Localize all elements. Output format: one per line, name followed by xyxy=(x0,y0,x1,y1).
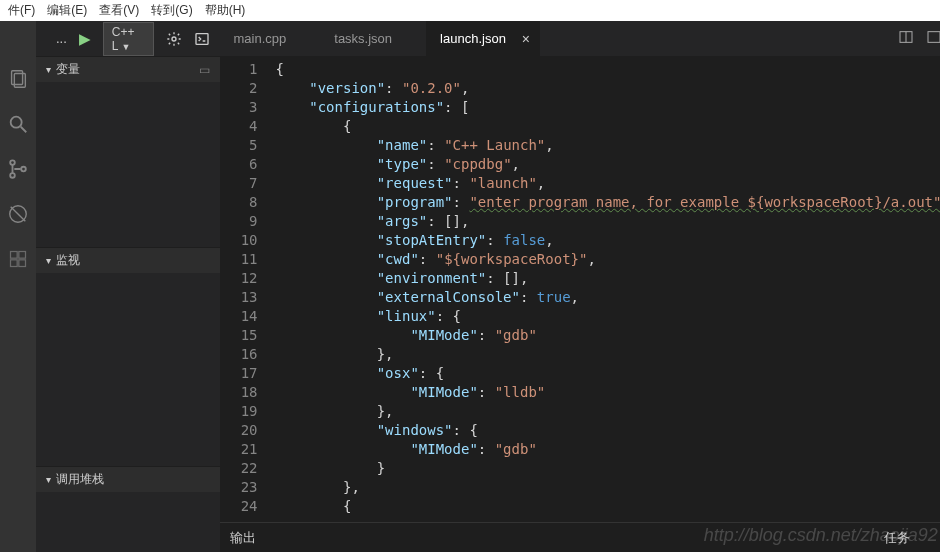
more-actions-icon[interactable] xyxy=(926,29,940,45)
code-editor[interactable]: 123456789101112131415161718192021222324 … xyxy=(220,56,940,522)
menu-help[interactable]: 帮助(H) xyxy=(199,2,252,19)
activity-bar xyxy=(0,21,36,552)
tab-main-cpp[interactable]: main.cpp xyxy=(220,21,321,56)
chevron-down-icon: ▾ xyxy=(46,474,51,485)
svg-rect-14 xyxy=(196,33,208,44)
menu-go[interactable]: 转到(G) xyxy=(145,2,198,19)
source-control-icon[interactable] xyxy=(0,146,36,191)
svg-rect-9 xyxy=(11,251,18,258)
output-tab[interactable]: 输出 xyxy=(230,529,256,547)
extensions-icon[interactable] xyxy=(0,236,36,281)
split-editor-icon[interactable] xyxy=(898,29,914,45)
tab-launch-json[interactable]: launch.json× xyxy=(426,21,540,56)
debug-config-select[interactable]: C++ L ▼ xyxy=(103,22,154,56)
files-icon[interactable] xyxy=(0,56,36,101)
svg-rect-10 xyxy=(19,251,26,258)
svg-point-6 xyxy=(21,166,26,171)
svg-line-3 xyxy=(21,126,27,132)
debug-sidebar: ... ▶ C++ L ▼ ▾ 变量 ▭ ▾ 监视 ▾ 调用堆栈 xyxy=(36,21,220,552)
tab-tasks-json[interactable]: tasks.json xyxy=(320,21,426,56)
collapse-icon[interactable]: ▭ xyxy=(199,63,210,77)
search-icon[interactable] xyxy=(0,101,36,146)
line-gutter: 123456789101112131415161718192021222324 xyxy=(220,56,272,522)
close-icon[interactable]: × xyxy=(522,31,530,47)
menu-view[interactable]: 查看(V) xyxy=(93,2,145,19)
menu-file[interactable]: 件(F) xyxy=(2,2,41,19)
chevron-down-icon: ▾ xyxy=(46,64,51,75)
editor-area: main.cpp tasks.json launch.json× 1234567… xyxy=(220,21,940,552)
debug-icon[interactable] xyxy=(0,191,36,236)
svg-point-5 xyxy=(10,173,15,178)
editor-tabs: main.cpp tasks.json launch.json× xyxy=(220,21,940,56)
menu-edit[interactable]: 编辑(E) xyxy=(41,2,93,19)
output-panel-bar[interactable]: 输出 任务 xyxy=(220,522,940,552)
console-icon[interactable] xyxy=(194,31,210,47)
svg-point-13 xyxy=(172,37,176,41)
svg-rect-12 xyxy=(19,259,26,266)
start-debug-icon[interactable]: ▶ xyxy=(79,30,91,48)
menu-bar: 件(F) 编辑(E) 查看(V) 转到(G) 帮助(H) xyxy=(0,0,940,21)
code-content[interactable]: { "version": "0.2.0", "configurations": … xyxy=(272,56,940,522)
svg-point-4 xyxy=(10,160,15,165)
svg-rect-17 xyxy=(928,32,940,43)
watch-section-header[interactable]: ▾ 监视 xyxy=(36,247,220,273)
callstack-section-header[interactable]: ▾ 调用堆栈 xyxy=(36,466,220,492)
task-label[interactable]: 任务 xyxy=(884,529,910,547)
gear-icon[interactable] xyxy=(166,31,182,47)
variables-section-header[interactable]: ▾ 变量 ▭ xyxy=(36,56,220,82)
chevron-down-icon: ▾ xyxy=(46,255,51,266)
more-button[interactable]: ... xyxy=(56,31,67,46)
svg-rect-11 xyxy=(11,259,18,266)
svg-line-8 xyxy=(11,206,26,221)
svg-point-2 xyxy=(11,116,22,127)
